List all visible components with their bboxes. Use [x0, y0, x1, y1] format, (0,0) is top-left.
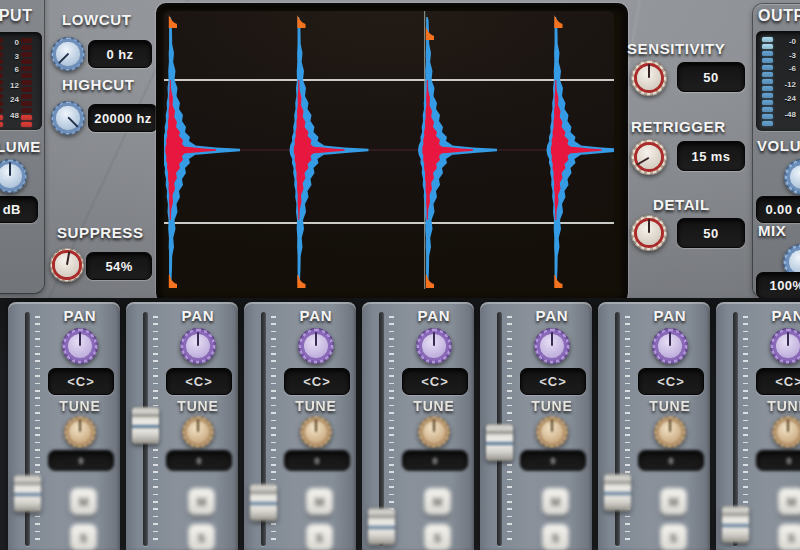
- tune-knob[interactable]: [654, 416, 686, 448]
- tune-knob[interactable]: [64, 416, 96, 448]
- input-volume-value[interactable]: 0 dB: [0, 196, 38, 223]
- retrigger-knob[interactable]: [631, 139, 667, 175]
- output-volume-value[interactable]: 0.00 dB: [756, 196, 800, 223]
- fader-handle[interactable]: [604, 474, 631, 511]
- solo-button[interactable]: S: [306, 524, 333, 550]
- pan-value[interactable]: <C>: [48, 368, 114, 395]
- meter-led: [0, 94, 3, 99]
- meter-led: [21, 38, 32, 43]
- pan-value[interactable]: <C>: [166, 368, 232, 395]
- fader-handle[interactable]: [368, 508, 395, 545]
- pan-value[interactable]: <C>: [520, 368, 586, 395]
- detail-knob[interactable]: [631, 215, 667, 251]
- meter-led: [0, 80, 3, 85]
- sensitivity-label: SENSITIVITY: [627, 40, 725, 57]
- tune-knob[interactable]: [536, 416, 568, 448]
- tune-label: TUNE: [284, 398, 348, 414]
- highcut-label: HIGHCUT: [62, 76, 135, 93]
- tune-value[interactable]: 0: [284, 450, 350, 471]
- pan-value[interactable]: <C>: [402, 368, 468, 395]
- mute-button[interactable]: M: [70, 488, 97, 515]
- meter-scale-label: 6: [5, 66, 19, 74]
- sensitivity-knob[interactable]: [631, 60, 667, 96]
- meter-led: [762, 121, 773, 126]
- mute-button[interactable]: M: [660, 488, 687, 515]
- tune-knob[interactable]: [182, 416, 214, 448]
- pan-label: PAN: [48, 307, 112, 324]
- suppress-knob[interactable]: [50, 248, 84, 282]
- retrigger-value[interactable]: 15 ms: [677, 141, 745, 171]
- pan-label: PAN: [638, 307, 702, 324]
- pan-knob[interactable]: [62, 328, 98, 364]
- tune-knob[interactable]: [772, 416, 800, 448]
- sensitivity-value[interactable]: 50: [677, 62, 745, 92]
- mute-button[interactable]: M: [188, 488, 215, 515]
- solo-button[interactable]: S: [188, 524, 215, 550]
- output-volume-label: VOLUME: [757, 137, 800, 154]
- channel-strip-1: PAN<C>TUNE0MS: [8, 302, 120, 550]
- mute-button[interactable]: M: [424, 488, 451, 515]
- meter-led: [21, 52, 32, 57]
- meter-led: [21, 59, 32, 64]
- detail-value[interactable]: 50: [677, 218, 745, 248]
- fader-handle[interactable]: [14, 475, 41, 512]
- tune-value[interactable]: 0: [166, 450, 232, 471]
- pan-label: PAN: [402, 307, 466, 324]
- meter-led: [762, 114, 773, 119]
- tune-value[interactable]: 0: [520, 450, 586, 471]
- meter-led: [762, 107, 773, 112]
- fader-handle[interactable]: [250, 484, 277, 521]
- pan-knob[interactable]: [298, 328, 334, 364]
- channel-strip-7: PAN<C>TUNE0MS: [716, 302, 800, 550]
- mixer-section: PAN<C>TUNE0MSPAN<C>TUNE0MSPAN<C>TUNE0MSP…: [0, 298, 800, 550]
- tune-value[interactable]: 0: [756, 450, 800, 471]
- solo-button[interactable]: S: [424, 524, 451, 550]
- mute-button[interactable]: M: [306, 488, 333, 515]
- pan-knob[interactable]: [416, 328, 452, 364]
- meter-led: [21, 80, 32, 85]
- meter-scale-label: -48: [776, 111, 796, 119]
- meter-led: [0, 87, 3, 92]
- lowcut-knob[interactable]: [51, 37, 85, 71]
- mute-button[interactable]: M: [778, 488, 800, 515]
- input-meter-leds-right: [21, 38, 32, 127]
- highcut-knob[interactable]: [51, 101, 85, 135]
- suppress-value[interactable]: 54%: [86, 252, 152, 280]
- output-meter-leds: [762, 37, 773, 126]
- meter-led: [762, 72, 773, 77]
- pan-knob[interactable]: [652, 328, 688, 364]
- solo-button[interactable]: S: [660, 524, 687, 550]
- channel-strip-6: PAN<C>TUNE0MS: [598, 302, 710, 550]
- meter-led: [762, 86, 773, 91]
- pan-value[interactable]: <C>: [638, 368, 704, 395]
- highcut-value[interactable]: 20000 hz: [88, 104, 158, 132]
- pan-knob[interactable]: [180, 328, 216, 364]
- solo-button[interactable]: S: [542, 524, 569, 550]
- pan-value[interactable]: <C>: [284, 368, 350, 395]
- pan-knob[interactable]: [770, 328, 800, 364]
- fader-handle[interactable]: [722, 506, 749, 543]
- mute-button[interactable]: M: [542, 488, 569, 515]
- fader-handle[interactable]: [486, 424, 513, 461]
- solo-button[interactable]: S: [778, 524, 800, 550]
- lowcut-value[interactable]: 0 hz: [88, 40, 152, 68]
- detail-label: DETAIL: [653, 196, 710, 213]
- waveform-display[interactable]: [156, 3, 628, 303]
- pan-knob[interactable]: [534, 328, 570, 364]
- pan-value[interactable]: <C>: [756, 368, 800, 395]
- tune-knob[interactable]: [300, 416, 332, 448]
- mix-label: MIX: [758, 222, 786, 239]
- meter-led: [762, 37, 773, 42]
- tune-value[interactable]: 0: [638, 450, 704, 471]
- solo-button[interactable]: S: [70, 524, 97, 550]
- tune-value[interactable]: 0: [48, 450, 114, 471]
- meter-scale-label: -6: [776, 65, 796, 73]
- meter-led: [762, 44, 773, 49]
- meter-led: [0, 108, 3, 113]
- tune-value[interactable]: 0: [402, 450, 468, 471]
- mix-value[interactable]: 100%: [756, 272, 800, 299]
- meter-led: [0, 122, 3, 127]
- fader-handle[interactable]: [132, 407, 159, 444]
- tune-knob[interactable]: [418, 416, 450, 448]
- meter-led: [21, 94, 32, 99]
